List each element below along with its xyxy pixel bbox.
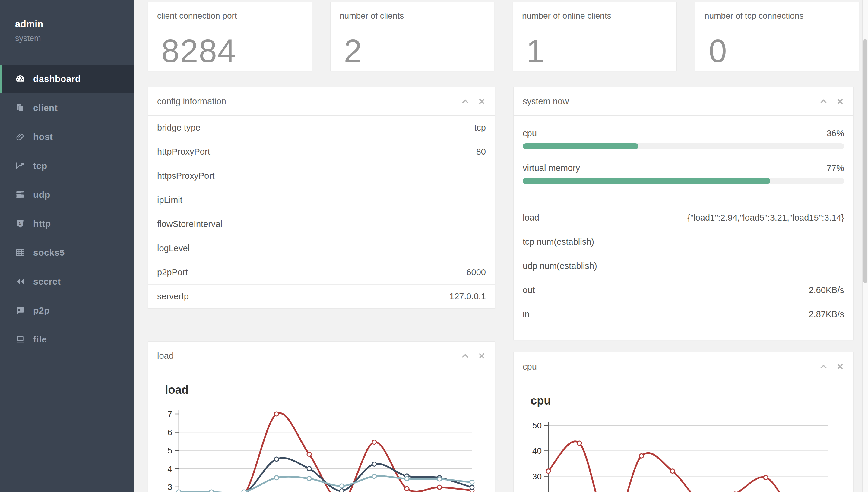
system-row-label: load [523, 213, 688, 223]
table-grid-icon [15, 247, 25, 258]
system-panel-header: system now [514, 87, 853, 116]
config-row: bridge typetcp [148, 116, 495, 140]
chart-line-icon [15, 161, 25, 171]
copy-icon [15, 103, 25, 113]
system-gauges: cpu36%virtual memory77% [514, 116, 853, 205]
gauge-virtual-memory: virtual memory77% [523, 163, 844, 184]
config-row: httpsProxyPort [148, 164, 495, 188]
stat-card-2: number of clients2 [330, 1, 494, 71]
config-row: ipLimit [148, 188, 495, 212]
load-line-chart: 34567 [148, 401, 496, 492]
config-row: flowStoreInterval [148, 212, 495, 236]
config-row-label: httpsProxyPort [157, 171, 486, 181]
config-rows: bridge typetcphttpProxyPort80httpsProxyP… [148, 116, 495, 309]
load-chart-panel-title: load [157, 351, 453, 361]
load-chart-title: load [165, 384, 495, 396]
config-panel-title: config information [157, 96, 453, 106]
rewind-icon [15, 276, 25, 287]
sidebar-item-host[interactable]: host [0, 122, 134, 151]
sidebar-item-label: udp [33, 190, 50, 200]
cpu-chart-title: cpu [531, 394, 853, 407]
cpu-line-chart: 20304050 [514, 412, 854, 492]
sidebar-item-client[interactable]: client [0, 94, 134, 122]
stat-card-value: 8284 [148, 30, 312, 71]
sidebar-item-udp[interactable]: udp [0, 180, 134, 209]
close-icon[interactable] [836, 97, 844, 105]
stat-card-1: client connection port8284 [148, 1, 312, 71]
svg-text:5: 5 [167, 446, 172, 455]
svg-text:3: 3 [167, 482, 172, 492]
cpu-chart-panel-header: cpu [514, 352, 853, 381]
system-row: in2.87KB/s [514, 302, 853, 326]
system-row: udp num(establish) [514, 254, 853, 278]
config-row: logLevel [148, 236, 495, 260]
config-row-label: p2pPort [157, 267, 466, 277]
sidebar-item-secret[interactable]: secret [0, 267, 134, 296]
sidebar-item-p2p[interactable]: p2p [0, 296, 134, 325]
close-icon[interactable] [478, 352, 486, 360]
config-row-label: ipLimit [157, 195, 486, 205]
sidebar-item-label: http [33, 219, 51, 229]
system-row-value: {"load1":2.94,"load5":3.21,"load15":3.14… [688, 213, 844, 223]
collapse-icon[interactable] [461, 97, 469, 105]
config-row-value: 127.0.0.1 [450, 292, 486, 301]
sidebar-item-file[interactable]: file [0, 325, 134, 354]
cpu-chart-panel-title: cpu [523, 362, 811, 372]
left-column: config information bridge typetcphttpPro… [148, 87, 495, 492]
gauge-cpu: cpu36% [523, 128, 844, 149]
close-icon[interactable] [836, 363, 844, 371]
sidebar-item-label: socks5 [33, 247, 65, 258]
progress-fill [523, 143, 638, 149]
close-icon[interactable] [478, 97, 486, 105]
sidebar-item-tcp[interactable]: tcp [0, 151, 134, 180]
gauge-percent: 77% [827, 163, 844, 173]
collapse-icon[interactable] [461, 352, 469, 360]
sidebar-item-label: p2p [33, 305, 50, 316]
sidebar-item-label: client [33, 103, 57, 113]
stat-card-title: number of online clients [513, 2, 676, 30]
system-row: load{"load1":2.94,"load5":3.21,"load15":… [514, 206, 853, 230]
svg-text:5: 5 [19, 221, 21, 226]
config-row: serverIp127.0.0.1 [148, 284, 495, 309]
system-rows: load{"load1":2.94,"load5":3.21,"load15":… [514, 205, 853, 326]
svg-text:50: 50 [532, 421, 542, 430]
main-content: client connection port8284number of clie… [134, 0, 868, 492]
svg-text:4: 4 [167, 464, 172, 474]
sidebar-username: admin [15, 19, 134, 29]
sidebar-item-label: file [33, 334, 47, 345]
chat-bubble-icon [15, 305, 25, 316]
sidebar-item-label: dashboard [33, 74, 81, 84]
stat-cards-row: client connection port8284number of clie… [148, 1, 868, 71]
sidebar-subtitle: system [15, 34, 134, 43]
system-panel-title: system now [523, 96, 811, 106]
sidebar-item-dashboard[interactable]: dashboard [0, 65, 134, 94]
sidebar-nav: dashboardclienthosttcpudp5httpsocks5secr… [0, 65, 134, 354]
system-row: out2.60KB/s [514, 278, 853, 302]
sidebar-item-label: tcp [33, 161, 47, 171]
svg-text:40: 40 [532, 446, 542, 456]
cpu-chart-panel: cpu cpu 20304050 [513, 352, 853, 492]
sidebar-item-http[interactable]: 5http [0, 209, 134, 238]
system-row-label: tcp num(establish) [523, 237, 844, 247]
sidebar-item-label: secret [33, 276, 61, 287]
load-chart-panel-header: load [148, 342, 495, 370]
svg-text:30: 30 [532, 472, 542, 481]
sidebar-item-socks5[interactable]: socks5 [0, 238, 134, 267]
config-row-value: 6000 [466, 267, 486, 277]
svg-text:7: 7 [167, 410, 172, 419]
collapse-icon[interactable] [819, 363, 827, 371]
system-row: tcp num(establish) [514, 230, 853, 254]
config-row-value: 80 [476, 147, 486, 157]
config-row: httpProxyPort80 [148, 140, 495, 164]
panel-columns: config information bridge typetcphttpPro… [148, 87, 868, 492]
load-chart-panel: load load 34567 [148, 341, 495, 492]
gauge-label: virtual memory [523, 163, 827, 173]
gauge-percent: 36% [827, 128, 844, 139]
right-column: system now cpu36%virtual memory77% load{… [513, 87, 853, 492]
stat-card-title: number of tcp connections [696, 2, 859, 30]
server-icon [15, 190, 25, 200]
system-row-label: udp num(establish) [523, 261, 844, 271]
collapse-icon[interactable] [819, 97, 827, 105]
scrollbar-thumb[interactable] [864, 39, 867, 284]
system-row-value: 2.87KB/s [809, 309, 844, 319]
